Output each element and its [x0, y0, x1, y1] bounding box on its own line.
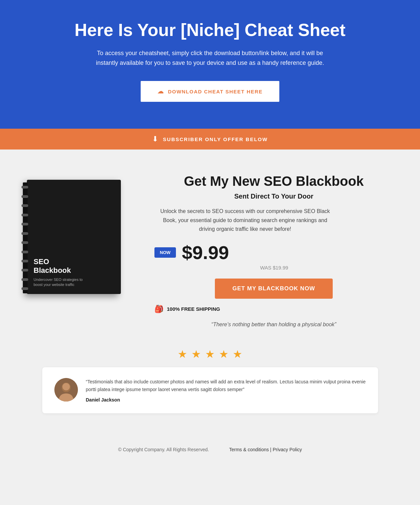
star-1: ★ — [178, 348, 187, 361]
spine-ring — [21, 260, 28, 262]
book-description: Undercover SEO strategies toboost your w… — [34, 277, 83, 288]
book-quote: “There’s nothing better than holding a p… — [154, 322, 393, 328]
footer-separator: | — [270, 447, 273, 452]
star-5: ★ — [233, 348, 242, 361]
spine-ring — [21, 232, 28, 235]
offer-section: SEOBlackbook Undercover SEO strategies t… — [0, 150, 420, 341]
spine-ring — [21, 278, 28, 281]
current-price: $9.99 — [182, 243, 229, 262]
hero-subtitle: To access your cheatsheet, simply click … — [96, 48, 324, 68]
book-spine — [23, 182, 28, 293]
now-badge: NOW — [154, 247, 176, 258]
cta-container: GET MY BLACKBOOK NOW — [154, 279, 393, 305]
footer-copyright: © Copyright Company. All Rights Reserved… — [118, 447, 209, 452]
hero-section: Here Is Your [Niche] Cheat Sheet To acce… — [0, 0, 420, 129]
download-button[interactable]: ☁ DOWNLOAD CHEAT SHEET HERE — [141, 81, 280, 102]
free-shipping-row: 🎒 100% FREE SHIPPING — [154, 305, 393, 313]
offer-subtitle: Sent Direct To Your Door — [154, 193, 393, 200]
star-3: ★ — [205, 348, 215, 361]
spine-ring — [21, 251, 28, 253]
spine-ring — [21, 223, 28, 225]
terms-link[interactable]: Terms & conditions — [229, 447, 269, 452]
pricing-row: NOW $9.99 — [154, 243, 393, 262]
shipping-icon: 🎒 — [154, 305, 164, 313]
book-title: SEOBlackbook — [34, 257, 83, 275]
arrow-down-icon: ⬇ — [152, 135, 158, 143]
privacy-link[interactable]: Privacy Policy — [273, 447, 302, 452]
spine-ring — [21, 241, 28, 244]
subscriber-banner-text: SUBSCRIBER ONLY OFFER BELOW — [163, 136, 268, 142]
footer-links: Terms & conditions | Privacy Policy — [229, 447, 302, 452]
hero-title: Here Is Your [Niche] Cheat Sheet — [13, 20, 407, 40]
spine-ring — [21, 186, 28, 188]
star-4: ★ — [219, 348, 229, 361]
stars-row: ★ ★ ★ ★ ★ — [27, 348, 393, 361]
testimonial-inner: “Testimonials that also include customer… — [54, 378, 366, 403]
spine-ring — [21, 287, 28, 290]
was-price: WAS $19.99 — [155, 265, 393, 270]
footer: © Copyright Company. All Rights Reserved… — [0, 430, 420, 462]
spine-ring — [21, 269, 28, 271]
spine-ring — [21, 214, 28, 216]
cloud-download-icon: ☁ — [157, 88, 164, 95]
testimonial-author: Daniel Jackson — [86, 397, 366, 403]
svg-point-4 — [62, 383, 70, 390]
offer-content: Get My New SEO Blackbook Sent Direct To … — [154, 170, 393, 327]
book-text: SEOBlackbook Undercover SEO strategies t… — [34, 257, 83, 288]
testimonial-text: “Testimonials that also include customer… — [86, 378, 366, 394]
star-2: ★ — [191, 348, 201, 361]
download-button-label: DOWNLOAD CHEAT SHEET HERE — [168, 89, 263, 94]
testimonial-card: “Testimonials that also include customer… — [42, 367, 378, 414]
shipping-label: 100% FREE SHIPPING — [167, 306, 220, 312]
spine-ring — [21, 204, 28, 207]
offer-title: Get My New SEO Blackbook — [154, 173, 393, 189]
offer-description: Unlock the secrets to SEO success with o… — [154, 207, 336, 234]
get-blackbook-button[interactable]: GET MY BLACKBOOK NOW — [215, 279, 332, 299]
spine-ring — [21, 195, 28, 198]
book-cover: SEOBlackbook Undercover SEO strategies t… — [27, 180, 121, 294]
avatar — [54, 378, 78, 402]
book-image-container: SEOBlackbook Undercover SEO strategies t… — [27, 170, 134, 294]
testimonial-content: “Testimonials that also include customer… — [86, 378, 366, 403]
subscriber-banner: ⬇ SUBSCRIBER ONLY OFFER BELOW — [0, 129, 420, 150]
testimonial-section: ★ ★ ★ ★ ★ “Testimonials that also includ… — [0, 341, 420, 430]
